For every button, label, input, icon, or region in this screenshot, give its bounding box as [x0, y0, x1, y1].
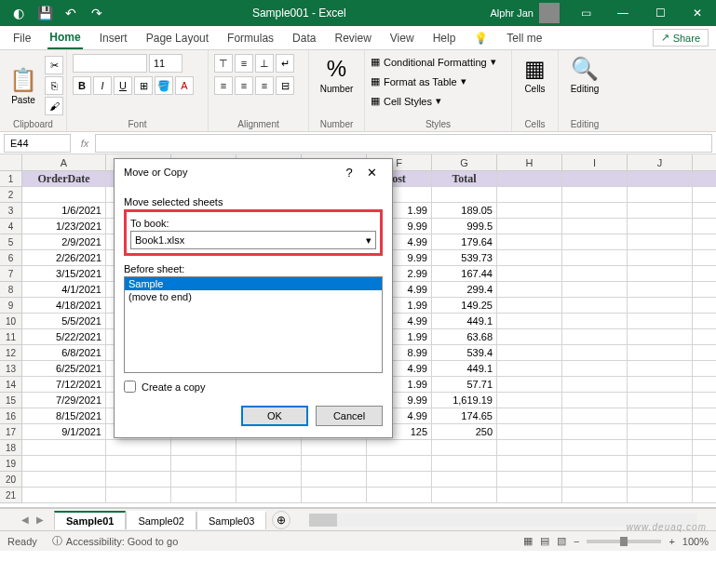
to-book-dropdown[interactable]: Book1.xlsx ▾ — [130, 231, 376, 249]
cell[interactable] — [497, 234, 562, 250]
column-header[interactable]: J — [628, 154, 693, 171]
cell[interactable] — [236, 488, 302, 503]
cell[interactable]: 5/5/2021 — [22, 314, 106, 329]
cell[interactable] — [693, 203, 716, 219]
cell[interactable]: 539.4 — [432, 345, 497, 361]
cell[interactable]: 167.44 — [432, 266, 497, 282]
select-all-corner[interactable] — [0, 154, 22, 171]
cell[interactable] — [432, 187, 497, 203]
cell[interactable] — [628, 266, 693, 282]
number-format-button[interactable]: % Number — [315, 54, 358, 96]
cell[interactable]: 250 — [432, 424, 497, 440]
create-copy-checkbox[interactable]: Create a copy — [124, 381, 383, 393]
cell[interactable] — [628, 298, 693, 314]
undo-icon[interactable]: ↶ — [60, 2, 82, 24]
before-sheet-list[interactable]: Sample (move to end) — [124, 276, 383, 373]
cell[interactable] — [497, 314, 562, 329]
cell[interactable] — [497, 377, 562, 393]
cell[interactable] — [693, 345, 716, 361]
cell[interactable] — [562, 393, 628, 408]
save-icon[interactable]: 💾 — [34, 2, 56, 24]
row-header[interactable]: 11 — [0, 329, 22, 345]
tab-formulas[interactable]: Formulas — [225, 28, 276, 48]
column-header[interactable]: K — [693, 154, 716, 171]
cell[interactable] — [628, 219, 693, 234]
fx-icon[interactable]: fx — [74, 138, 95, 149]
cell[interactable] — [562, 345, 628, 361]
view-layout-icon[interactable]: ▤ — [540, 535, 549, 547]
cell[interactable] — [562, 472, 628, 488]
cell[interactable] — [497, 203, 562, 219]
cell[interactable] — [171, 472, 236, 488]
cell[interactable]: 189.05 — [432, 203, 497, 219]
cell[interactable] — [628, 424, 693, 440]
merge-button[interactable]: ⊟ — [276, 76, 294, 95]
cell[interactable] — [302, 472, 367, 488]
cell[interactable] — [22, 187, 106, 203]
cell[interactable] — [693, 187, 716, 203]
autosave-toggle[interactable]: ◐ — [7, 2, 30, 24]
cell[interactable] — [628, 314, 693, 329]
cell[interactable] — [236, 456, 302, 472]
sheet-nav-prev[interactable]: ◀ — [19, 514, 32, 527]
cell[interactable]: 1,619.19 — [432, 393, 497, 408]
cell[interactable]: 57.71 — [432, 377, 497, 393]
formula-input[interactable] — [95, 134, 712, 153]
cell[interactable]: 1/23/2021 — [22, 219, 106, 234]
scrollbar-thumb[interactable] — [309, 514, 337, 527]
zoom-in-icon[interactable]: + — [669, 536, 674, 547]
cell[interactable] — [628, 329, 693, 345]
cell[interactable]: 174.65 — [432, 408, 497, 424]
row-header[interactable]: 6 — [0, 250, 22, 266]
cell[interactable] — [497, 361, 562, 377]
cell[interactable]: 449.1 — [432, 361, 497, 377]
cell[interactable] — [562, 314, 628, 329]
cell[interactable] — [497, 298, 562, 314]
cell[interactable] — [432, 440, 497, 456]
font-family-select[interactable] — [73, 54, 147, 73]
column-header[interactable]: G — [432, 154, 497, 171]
cell[interactable] — [22, 488, 106, 503]
cell[interactable] — [693, 361, 716, 377]
cell[interactable] — [562, 187, 628, 203]
cell[interactable] — [497, 266, 562, 282]
cell[interactable] — [106, 440, 171, 456]
row-header[interactable]: 8 — [0, 282, 22, 298]
cell[interactable] — [497, 456, 562, 472]
lightbulb-icon[interactable]: 💡 — [472, 28, 490, 48]
cell[interactable] — [367, 440, 432, 456]
cell[interactable]: 149.25 — [432, 298, 497, 314]
cell[interactable] — [497, 282, 562, 298]
tab-file[interactable]: File — [11, 28, 33, 48]
cancel-button[interactable]: Cancel — [316, 406, 383, 426]
user-account[interactable]: Alphr Jan — [491, 3, 560, 23]
cell[interactable] — [497, 171, 562, 187]
view-pagebreak-icon[interactable]: ▧ — [557, 535, 566, 547]
cell[interactable] — [693, 298, 716, 314]
row-header[interactable]: 1 — [0, 171, 22, 187]
cell[interactable] — [562, 408, 628, 424]
cell[interactable] — [497, 424, 562, 440]
cell[interactable]: 539.73 — [432, 250, 497, 266]
cell[interactable] — [693, 314, 716, 329]
cell[interactable] — [693, 456, 716, 472]
name-box[interactable]: E44 — [4, 134, 71, 153]
cell[interactable] — [628, 203, 693, 219]
cell[interactable] — [432, 488, 497, 503]
cell[interactable] — [106, 456, 171, 472]
cell[interactable] — [693, 282, 716, 298]
row-header[interactable]: 19 — [0, 456, 22, 472]
tab-review[interactable]: Review — [332, 28, 372, 48]
cell[interactable] — [562, 234, 628, 250]
cut-icon[interactable]: ✂ — [45, 56, 63, 74]
cell[interactable] — [497, 329, 562, 345]
cell[interactable] — [562, 250, 628, 266]
cell[interactable] — [171, 440, 236, 456]
cell[interactable] — [628, 345, 693, 361]
cell[interactable] — [562, 282, 628, 298]
cell[interactable] — [236, 472, 302, 488]
cell[interactable] — [693, 408, 716, 424]
cell[interactable]: 179.64 — [432, 234, 497, 250]
cell[interactable] — [693, 329, 716, 345]
copy-icon[interactable]: ⎘ — [45, 76, 63, 95]
